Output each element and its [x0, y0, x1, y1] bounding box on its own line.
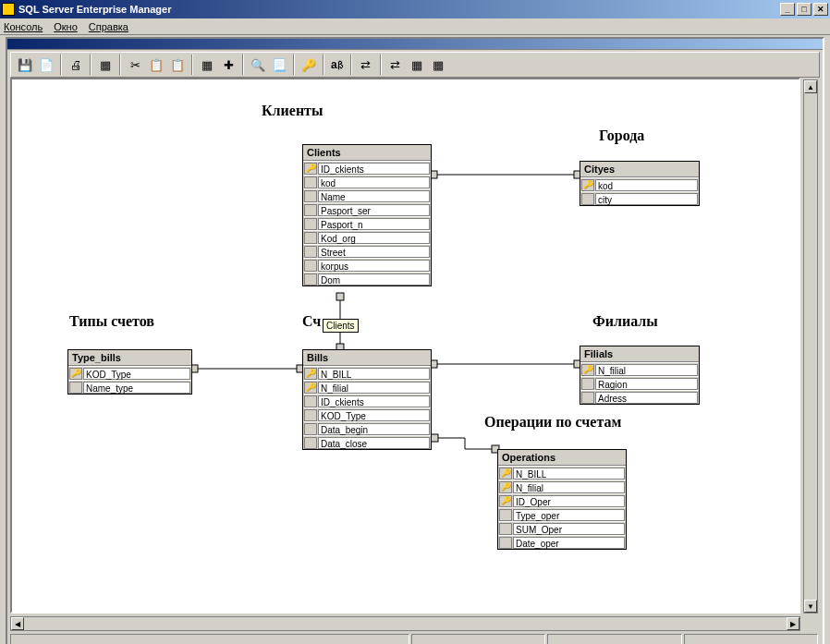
table-row[interactable]: Kod_org	[303, 230, 431, 244]
field-name: ID_ckients	[318, 163, 430, 175]
field-name: kod	[595, 179, 698, 191]
table-title: Bills	[303, 350, 431, 366]
toolbar-separator	[60, 55, 62, 75]
status-bar	[10, 634, 820, 644]
menu-console[interactable]: Консоль	[4, 21, 43, 32]
zoom-button[interactable]: 🔍	[248, 55, 268, 75]
table-row[interactable]: Name_type	[68, 380, 191, 394]
table-row[interactable]: 🔑ID_ckients	[303, 161, 431, 175]
grid1-button[interactable]: ▦	[407, 55, 427, 75]
field-name: kod	[318, 176, 430, 188]
table-row[interactable]: Type_oper	[498, 507, 626, 521]
vertical-scrollbar[interactable]: ▲ ▼	[803, 79, 818, 614]
toolbar-separator	[323, 55, 324, 75]
scroll-up-button[interactable]: ▲	[804, 80, 817, 93]
key-icon	[69, 382, 82, 394]
horizontal-scrollbar[interactable]: ◀ ▶	[10, 616, 800, 631]
table-row[interactable]: Pasport_ser	[303, 202, 431, 216]
scroll-left-button[interactable]: ◀	[11, 617, 24, 630]
key-icon: 🔑	[499, 468, 512, 480]
primarykey-button[interactable]: 🔑	[299, 55, 319, 75]
table-row[interactable]: Name	[303, 188, 431, 202]
table-row[interactable]: Date_oper	[498, 535, 626, 549]
key-icon	[304, 190, 317, 202]
key-icon	[499, 537, 512, 549]
app-icon	[2, 3, 15, 16]
scroll-down-button[interactable]: ▼	[804, 600, 817, 613]
add-button[interactable]: ✚	[218, 55, 238, 75]
svg-rect-4	[336, 293, 344, 300]
table-row[interactable]: 🔑N_filial	[580, 362, 699, 376]
key-icon: 🔑	[499, 481, 512, 493]
table-row[interactable]: Pasport_n	[303, 216, 431, 230]
table-row[interactable]: 🔑KOD_Type	[68, 366, 191, 380]
relation1-button[interactable]: ⇄	[356, 55, 376, 75]
grid2-button[interactable]: ▦	[428, 55, 448, 75]
table-typebills[interactable]: Type_bills🔑KOD_TypeName_type	[67, 349, 192, 395]
table-bills[interactable]: Bills🔑N_BILL🔑N_filialID_ckientsKOD_TypeD…	[302, 349, 432, 450]
table-title: Type_bills	[68, 350, 191, 366]
cut-button[interactable]: ✂	[125, 55, 145, 75]
script-button[interactable]: 📄	[36, 55, 56, 75]
table-row[interactable]: Data_close	[303, 435, 431, 449]
field-name: N_filial	[513, 481, 625, 493]
table-row[interactable]: 🔑ID_Oper	[498, 493, 626, 507]
newtable-button[interactable]: ▦	[197, 55, 217, 75]
table-row[interactable]: Street	[303, 244, 431, 258]
table-row[interactable]: 🔑kod	[580, 177, 699, 191]
table-cityes[interactable]: Cityes🔑kodcity	[580, 161, 700, 206]
window-title: SQL Server Enterprise Manager	[18, 4, 171, 15]
tooltip: Clients	[323, 319, 359, 333]
field-name: ID_Oper	[513, 495, 625, 507]
maximize-button[interactable]: □	[797, 3, 812, 16]
key-icon	[499, 523, 512, 535]
diagram-canvas[interactable]: Клиенты Города Типы счетов Сч Филиалы Оп…	[10, 78, 800, 614]
ab-button[interactable]: aꞵ	[328, 58, 347, 71]
field-name: N_filial	[318, 382, 430, 394]
toolbar-separator	[90, 55, 92, 75]
table-row[interactable]: korpus	[303, 258, 431, 272]
close-button[interactable]: ✕	[813, 3, 828, 16]
svg-rect-12	[431, 434, 438, 442]
menu-window[interactable]: Окно	[54, 21, 78, 32]
table-row[interactable]: SUM_Oper	[498, 521, 626, 535]
save-button[interactable]: 💾	[15, 55, 35, 75]
table-row[interactable]: ID_ckients	[303, 394, 431, 407]
table-clients[interactable]: Clients🔑ID_ckientskodNamePasport_serPasp…	[302, 144, 432, 286]
table-row[interactable]: 🔑N_BILL	[303, 366, 431, 380]
print-button[interactable]: 🖨	[66, 55, 86, 75]
key-icon	[304, 273, 317, 286]
table-row[interactable]: Data_begin	[303, 421, 431, 435]
status-pane	[10, 634, 409, 644]
key-icon	[304, 246, 317, 258]
field-name: Date_oper	[513, 537, 625, 549]
scroll-right-button[interactable]: ▶	[787, 617, 799, 630]
key-icon	[581, 378, 594, 390]
key-icon	[304, 395, 317, 407]
field-name: Ragion	[595, 378, 698, 390]
table-row[interactable]: Dom	[303, 272, 431, 286]
toolbar: 💾 📄 🖨 ▦ ✂ 📋 📋 ▦ ✚ 🔍 📃 🔑 aꞵ ⇄ ⇄ ▦ ▦	[10, 52, 820, 78]
key-icon	[581, 392, 594, 404]
label-operations: Операции по счетам	[484, 414, 621, 431]
table-row[interactable]: Ragion	[580, 376, 699, 390]
relation2-button[interactable]: ⇄	[385, 55, 406, 75]
table-row[interactable]: city	[580, 191, 699, 205]
table-row[interactable]: 🔑N_BILL	[498, 466, 626, 480]
toggle-button[interactable]: ▦	[95, 55, 116, 75]
table-row[interactable]: Adress	[580, 390, 699, 404]
table-operations[interactable]: Operations🔑N_BILL🔑N_filial🔑ID_OperType_o…	[497, 449, 627, 550]
table-filials[interactable]: Filials🔑N_filialRagionAdress	[580, 346, 700, 405]
table-row[interactable]: kod	[303, 175, 431, 188]
table-row[interactable]: 🔑N_filial	[303, 380, 431, 394]
paste-button[interactable]: 📋	[167, 55, 188, 75]
minimize-button[interactable]: _	[780, 3, 795, 16]
table-row[interactable]: 🔑N_filial	[498, 480, 626, 493]
key-icon: 🔑	[69, 368, 82, 380]
copy-button[interactable]: 📋	[146, 55, 166, 75]
table-row[interactable]: KOD_Type	[303, 407, 431, 421]
key-icon	[499, 509, 512, 521]
key-icon	[304, 232, 317, 244]
properties-button[interactable]: 📃	[269, 55, 289, 75]
menu-help[interactable]: Справка	[89, 21, 128, 32]
